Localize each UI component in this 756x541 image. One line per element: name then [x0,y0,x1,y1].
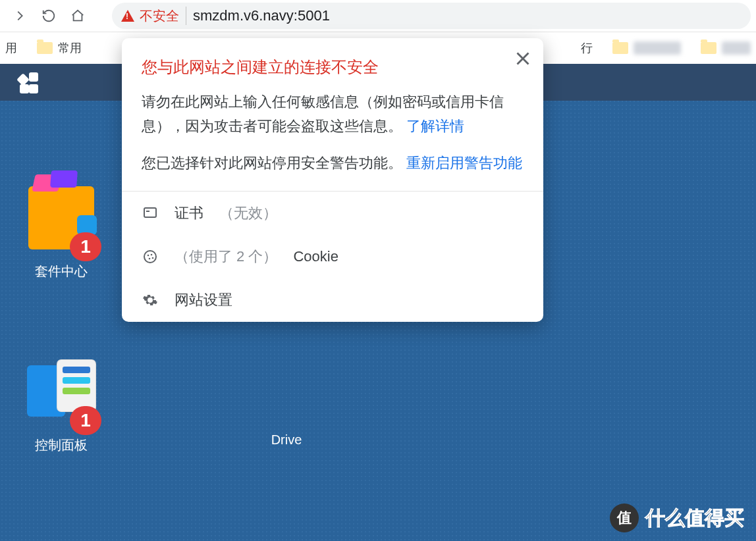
certificate-label: 证书 [175,203,203,223]
svg-point-3 [148,255,149,257]
bookmark-folder[interactable] [701,41,751,55]
cookies-row[interactable]: （使用了 2 个） Cookie [122,235,543,278]
svg-rect-0 [144,208,156,217]
icon-label: Drive [237,432,336,448]
icon-label: 套件中心 [12,263,111,280]
site-settings-label: 网站设置 [175,290,232,310]
certificate-row[interactable]: 证书 （无效） [122,192,543,235]
reenable-warnings-link[interactable]: 重新启用警告功能 [406,155,522,171]
reload-button[interactable] [34,1,63,30]
bookmark-label: 常用 [58,40,82,56]
security-indicator[interactable]: 不安全 [121,7,179,25]
forward-button[interactable] [5,1,34,30]
site-security-popover: 您与此网站之间建立的连接不安全 请勿在此网站上输入任何敏感信息（例如密码或信用卡… [122,38,543,322]
bookmark-folder[interactable] [612,41,681,55]
site-settings-row[interactable]: 网站设置 [122,278,543,322]
popover-body: 您已选择针对此网站停用安全警告功能。 重新启用警告功能 [142,151,524,175]
popover-title: 您与此网站之间建立的连接不安全 [142,57,524,78]
svg-point-6 [152,257,154,259]
warning-triangle-icon [121,10,134,22]
apps-menu-icon[interactable] [17,71,40,93]
notification-badge: 1 [70,232,101,261]
insecure-label: 不安全 [140,7,179,25]
package-center-icon: 1 [25,186,97,259]
bookmark-folder[interactable]: 常用 [37,40,82,56]
bookmark-label: 行 [581,40,593,56]
icon-label: 控制面板 [12,436,111,454]
svg-rect-1 [146,211,149,212]
bookmark-item[interactable]: 行 [581,40,593,56]
certificate-icon [142,205,159,222]
home-button[interactable] [63,1,92,30]
bookmark-label: 用 [5,40,17,56]
close-button[interactable] [512,47,534,70]
folder-icon [37,42,53,54]
cookie-count: （使用了 2 个） [175,247,277,267]
address-bar[interactable]: 不安全 smzdm.v6.navy:5001 [112,3,751,29]
svg-point-2 [144,251,156,263]
folder-icon [701,42,716,54]
notification-badge: 1 [70,406,101,435]
blurred-label [722,41,751,55]
watermark-text: 什么值得买 [645,505,744,532]
svg-point-4 [151,254,153,256]
desktop-icon-drive[interactable]: Drive [237,432,336,448]
browser-toolbar: 不安全 smzdm.v6.navy:5001 [0,0,756,32]
svg-point-5 [149,258,151,260]
folder-icon [612,42,628,54]
blurred-label [634,41,681,55]
warning-disabled-text: 您已选择针对此网站停用安全警告功能。 [142,155,402,171]
watermark-badge: 值 [610,503,639,532]
gear-icon [142,292,159,309]
control-panel-icon: 1 [25,360,97,432]
cookie-label: Cookie [293,248,338,265]
certificate-status: （无效） [219,203,277,223]
bookmark-item[interactable]: 用 [5,40,17,56]
learn-more-link[interactable]: 了解详情 [406,118,464,134]
separator [186,7,186,25]
watermark: 值 什么值得买 [610,503,744,532]
desktop-icon-control-panel[interactable]: 1 控制面板 [12,351,111,454]
popover-body: 请勿在此网站上输入任何敏感信息（例如密码或信用卡信息），因为攻击者可能会盗取这些… [142,90,524,139]
cookie-icon [142,248,159,265]
desktop-icon-package-center[interactable]: 1 套件中心 [12,180,111,280]
url-text: smzdm.v6.navy:5001 [193,7,330,24]
